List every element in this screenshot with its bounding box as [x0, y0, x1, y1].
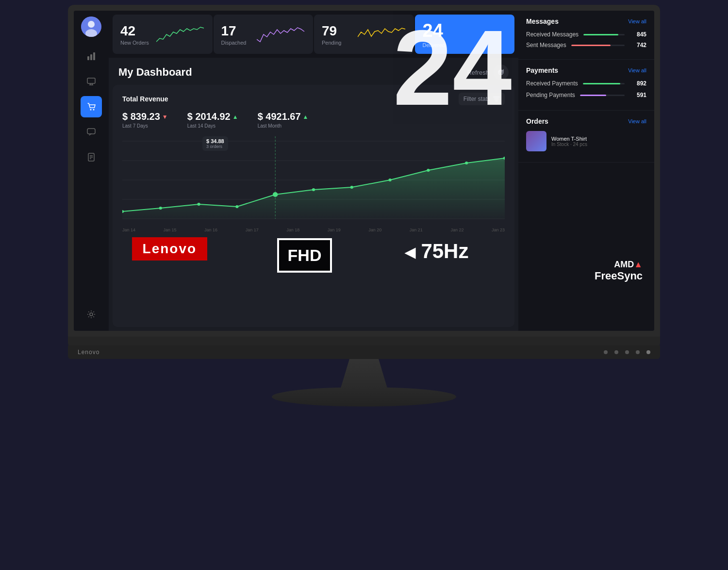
svg-rect-3: [87, 56, 89, 60]
x-label-1: Jan 15: [164, 228, 177, 232]
right-panel: Messages View all Received Messages 845 …: [518, 11, 654, 331]
payments-section: Payments View all Received Payments 892 …: [518, 60, 654, 111]
svg-rect-4: [90, 54, 92, 60]
filter-stats-button[interactable]: Filter stats: [459, 93, 505, 105]
trend-up-icon-14days: ▲: [232, 114, 238, 120]
control-dot-4[interactable]: [636, 350, 640, 354]
monitor-outer: 42 New Orders 17 Dispached: [0, 0, 728, 570]
monitor-chin: [68, 337, 660, 345]
stat-label-delivered: Delivered: [423, 42, 445, 48]
stat-label-pending: Pending: [322, 40, 341, 46]
revenue-header: Total Revenue Filter stats: [122, 93, 505, 105]
avatar: [81, 16, 101, 37]
payments-title: Payments: [526, 66, 558, 74]
received-messages-label: Received Messages: [526, 31, 579, 38]
messages-section: Messages View all Received Messages 845 …: [518, 11, 654, 60]
mini-chart-pending: [358, 25, 406, 44]
chart-tooltip: $ 34.88 3 orders: [202, 136, 228, 151]
payments-view-all[interactable]: View all: [628, 67, 646, 73]
stat-number-delivered: 24: [423, 20, 445, 41]
stat-card-new-orders: 42 New Orders: [113, 15, 213, 54]
svg-point-23: [350, 186, 353, 189]
sent-messages-fill: [571, 45, 611, 46]
control-dot-2[interactable]: [614, 350, 618, 354]
order-detail: In Stock · 24 pcs: [551, 142, 646, 147]
dashboard-header: My Dashboard Refresh: [109, 58, 518, 85]
svg-point-19: [197, 203, 200, 206]
sidebar-icon-chat[interactable]: [81, 121, 102, 143]
orders-view-all[interactable]: View all: [628, 118, 646, 124]
received-payments-label: Received Payments: [526, 80, 578, 87]
x-label-0: Jan 14: [122, 228, 135, 232]
order-thumbnail: [526, 131, 546, 151]
received-payments-fill: [583, 83, 620, 84]
messages-title: Messages: [526, 17, 559, 25]
rev-stat-14days: $ 2014.92 ▲ Last 14 Days: [187, 111, 238, 129]
rev-period-month: Last Month: [258, 123, 309, 129]
chart-area: $ 34.88 3 orders: [122, 136, 505, 233]
orders-header: Orders View all: [526, 117, 646, 125]
received-messages-count: 845: [629, 31, 646, 38]
x-axis: Jan 14 Jan 15 Jan 16 Jan 17 Jan 18 Jan 1…: [122, 226, 505, 232]
x-label-7: Jan 21: [410, 228, 423, 232]
sent-messages-label: Sent Messages: [526, 42, 566, 49]
received-payments-bar: [583, 83, 625, 84]
svg-point-18: [159, 207, 162, 210]
x-label-2: Jan 16: [204, 228, 217, 232]
received-messages-row: Received Messages 845: [526, 31, 646, 38]
messages-view-all[interactable]: View all: [628, 18, 646, 24]
svg-rect-9: [87, 129, 95, 134]
sidebar-icon-settings[interactable]: [81, 304, 102, 325]
refresh-label: Refresh: [467, 69, 489, 76]
monitor-bezel: 42 New Orders 17 Dispached: [68, 5, 660, 337]
refresh-icon: [493, 65, 509, 80]
payments-header: Payments View all: [526, 66, 646, 74]
tooltip-orders: 3 orders: [206, 144, 224, 149]
svg-point-1: [88, 21, 95, 28]
order-name: Women T-Shirt: [551, 136, 646, 142]
control-dot-1[interactable]: [604, 350, 608, 354]
svg-point-20: [235, 205, 238, 208]
stat-number-orders: 42: [120, 23, 149, 39]
sidebar-icon-display[interactable]: [81, 71, 102, 92]
monitor-brand-label: Lenovo: [78, 349, 99, 356]
monitor-screen: 42 New Orders 17 Dispached: [74, 11, 654, 331]
sidebar-icon-orders[interactable]: [81, 96, 102, 117]
svg-point-26: [465, 162, 468, 164]
sent-messages-row: Sent Messages 742: [526, 42, 646, 49]
control-dot-power[interactable]: [646, 350, 650, 354]
rev-amount-7days: $ 839.23: [122, 111, 160, 122]
orders-title: Orders: [526, 117, 548, 125]
x-label-5: Jan 19: [328, 228, 341, 232]
svg-rect-6: [87, 78, 95, 83]
messages-header: Messages View all: [526, 17, 646, 25]
svg-point-25: [427, 169, 430, 172]
sidebar-icon-documents[interactable]: [81, 147, 102, 168]
monitor-stand-base: [272, 387, 456, 407]
main-content: 42 New Orders 17 Dispached: [109, 11, 518, 331]
stat-number-pending: 79: [322, 23, 341, 39]
svg-point-8: [93, 109, 95, 111]
filter-icon: [493, 96, 500, 102]
pending-payments-fill: [580, 95, 606, 96]
revenue-stats: $ 839.23 ▼ Last 7 Days $ 2014.92 ▲: [122, 111, 505, 129]
pending-payments-bar: [580, 95, 625, 96]
stat-card-pending: 79 Pending: [314, 15, 414, 54]
pending-payments-row: Pending Payments 591: [526, 92, 646, 98]
svg-point-24: [388, 179, 391, 181]
control-dot-3[interactable]: [625, 350, 629, 354]
stat-card-dispatched: 17 Dispached: [214, 15, 314, 54]
rev-period-14days: Last 14 Days: [187, 123, 238, 129]
dashboard: 42 New Orders 17 Dispached: [74, 11, 654, 331]
refresh-button[interactable]: Refresh: [467, 65, 509, 80]
tooltip-amount: $ 34.88: [206, 138, 224, 144]
stat-card-delivered: 24 Delivered: [415, 15, 515, 54]
x-label-4: Jan 18: [286, 228, 299, 232]
monitor-stand-neck: [335, 359, 393, 388]
svg-rect-5: [93, 52, 95, 60]
sent-messages-count: 742: [629, 42, 646, 49]
sidebar-icon-analytics[interactable]: [81, 46, 102, 67]
x-label-8: Jan 22: [450, 228, 463, 232]
page-title: My Dashboard: [118, 66, 192, 79]
rev-stat-7days: $ 839.23 ▼ Last 7 Days: [122, 111, 168, 129]
